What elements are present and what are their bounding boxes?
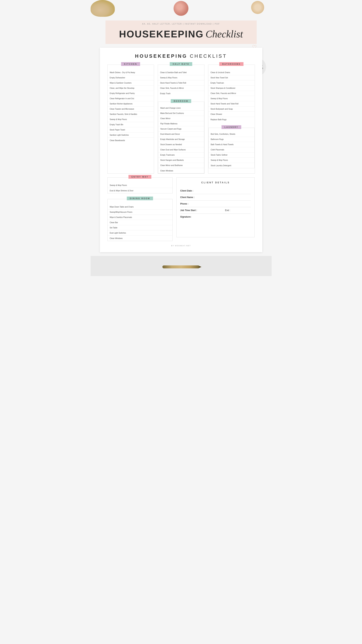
- bedroom-section: BEDROOM Wash and Change Linen Make Bed a…: [158, 102, 204, 174]
- title-housekeeping: HOUSEKEEPING: [119, 28, 204, 40]
- footer-section: [91, 256, 272, 276]
- client-jobtime-label: Job Time Start :: [180, 209, 204, 212]
- header-area: A4, A5, Half Letter, Letter | Instant Do…: [91, 20, 272, 44]
- bathrooms-items: Clean & Unclock Drains Stock New Towel S…: [208, 66, 255, 122]
- list-item: Replace Bath Rugs: [208, 117, 255, 122]
- list-item: Wipe & Sanitizer Counters: [107, 80, 154, 86]
- byline: BY MOSNEAT.NET: [107, 245, 255, 246]
- list-item: Empty Trash Bin: [107, 122, 154, 127]
- client-phone-field: Phone :: [180, 201, 251, 207]
- list-item: Clean Baseboards: [107, 138, 154, 143]
- list-item: Stock Bodywash and Soap: [208, 106, 255, 112]
- list-item: Clean, and Wipe the Stovetop: [107, 86, 154, 91]
- list-item: Make Bed and Set Cushions: [158, 111, 204, 116]
- bedroom-items: Wash and Change Linen Make Bed and Set C…: [158, 102, 204, 173]
- diningroom-section: DINING ROOM Wipe Down Table and Chairs S…: [107, 199, 173, 241]
- list-item: Dust & Wipe Shelves & Door: [107, 188, 172, 193]
- list-item: Wash Dishes - Dry & Put Away: [107, 70, 154, 75]
- halfbath-section: HALF BATH Clean & Sanitize Bath and Toil…: [158, 64, 204, 174]
- list-item: Stock Hand Towels and Toilet Roll: [208, 101, 255, 106]
- laundry-section: LAUNDRY Bed Sets, Comforters, Sheets Bat…: [208, 128, 255, 168]
- pen-illustration: [161, 265, 201, 268]
- client-jobtime-field: Job Time Start : End :: [180, 207, 251, 214]
- list-item: Sanitize Kitchen Appliances: [107, 101, 154, 106]
- list-item: Empty Wardrobe and Storage: [158, 137, 204, 142]
- pen-body: [162, 266, 200, 268]
- list-item: Sanitize Faucets, Sink & Handles: [107, 112, 154, 117]
- laundry-header: LAUNDRY: [222, 125, 241, 129]
- diningroom-items: Wipe Down Table and Chairs Sweep/Mop/Vac…: [107, 201, 172, 241]
- list-item: Empty Trashcan: [208, 80, 255, 86]
- list-item: Set Table: [107, 225, 172, 230]
- list-item: Wipe Down Table and Chairs: [107, 204, 172, 210]
- list-item: Cloth Placemats: [209, 147, 255, 152]
- list-item: Empty Dishwasher: [107, 75, 154, 80]
- title-checklist-script: Checklist: [206, 28, 243, 40]
- entryway-header: ENTRY WAY: [129, 175, 151, 179]
- list-item: Clean Refrigerator In and Out: [107, 96, 154, 101]
- client-details-title: CLIENT DETAILS: [180, 181, 251, 184]
- list-item: Clean Dust and Wipe Surfaces: [158, 147, 204, 152]
- list-item: Stock Drawers as Needed: [158, 142, 204, 147]
- halfbath-header: HALF BATH: [170, 62, 192, 66]
- list-item: Clean Sink, Faucets and Mirror: [208, 91, 255, 96]
- list-item: Vaccum Carpet and Rugs: [158, 126, 204, 132]
- list-item: Clean Bar: [107, 220, 172, 225]
- kitchen-section: KITCHEN Wash Dishes - Dry & Put Away Emp…: [107, 64, 154, 174]
- list-item: Clean Sink, Faucets & Mirror: [158, 86, 204, 91]
- list-item: Sweep & Mop Floors: [209, 158, 255, 163]
- header-banner: A4, A5, Half Letter, Letter | Instant Do…: [105, 20, 257, 44]
- list-item: Sanitize Light Switches: [107, 132, 154, 138]
- list-item: Dust Artwork and Decor: [158, 132, 204, 137]
- list-item: Stock Laundry Detergent: [209, 163, 255, 168]
- list-item: Stock Fabric Softner: [209, 152, 255, 158]
- footer-pen-container: [91, 262, 272, 274]
- list-item: Clean Mirror and Bedframe: [158, 163, 204, 168]
- list-item: Empty Trashcans: [158, 152, 204, 158]
- kitchen-items: Wash Dishes - Dry & Put Away Empty Dishw…: [107, 66, 154, 143]
- halfbath-items: Clean & Sanitize Bath and Toilet Sweep &…: [158, 66, 204, 96]
- bathrooms-header: BATHROOMS: [219, 62, 244, 66]
- entryway-items: Sweep & Mop Floors Dust & Wipe Shelves &…: [107, 179, 172, 193]
- list-item: Dust Light Switches: [107, 230, 172, 236]
- list-item: Flip/ Rotate Mattress: [158, 121, 204, 126]
- client-phone-label: Phone :: [180, 202, 204, 205]
- main-document: HOUSEKEEPING CHECKLIST KITCHEN Wash Dish…: [100, 48, 262, 252]
- diningroom-header: DINING ROOM: [127, 196, 153, 200]
- pen-tip: [199, 266, 201, 268]
- list-item: Stock Hangers and Blankets: [158, 158, 204, 163]
- list-item: Sweep & Mop Floors: [107, 183, 172, 188]
- list-item: Clean Windows: [158, 168, 204, 173]
- top-checklist-grid: KITCHEN Wash Dishes - Dry & Put Away Emp…: [107, 64, 255, 174]
- list-item: Clean & Sanitize Bath and Toilet: [158, 70, 204, 75]
- laundry-items: Bed Sets, Comforters, Sheets Bathroom Ru…: [209, 128, 255, 168]
- bathrooms-section: BATHROOMS Clean & Unclock Drains Stock N…: [208, 64, 255, 174]
- list-item: Clean & Unclock Drains: [208, 70, 255, 75]
- left-bottom-col: ENTRY WAY Sweep & Mop Floors Dust & Wipe…: [107, 178, 173, 241]
- header-subtitle: A4, A5, Half Letter, Letter | Instant Do…: [109, 23, 253, 25]
- list-item: Empty Refrigerator and Pantry: [107, 91, 154, 96]
- bedroom-header: BEDROOM: [171, 99, 191, 103]
- list-item: Bath Towels & Hand Towels: [209, 142, 255, 147]
- list-item: Clean Windows: [107, 236, 172, 241]
- client-details-section: CLIENT DETAILS Client Date : Client Name…: [176, 178, 255, 237]
- top-center-ornament: [174, 1, 188, 16]
- list-item: Bed Sets, Comforters, Sheets: [209, 132, 255, 137]
- list-item: Clean Shower: [208, 112, 255, 117]
- list-item: Empty Trash: [158, 91, 204, 96]
- doc-title: HOUSEKEEPING CHECKLIST: [107, 53, 255, 59]
- list-item: Sweep & Mop Floors: [208, 96, 255, 101]
- list-item: Stock Hand Towels & Toilet Roll: [158, 80, 204, 86]
- entryway-section: ENTRY WAY Sweep & Mop Floors Dust & Wipe…: [107, 178, 173, 194]
- client-name-label: Client Name :: [180, 196, 204, 198]
- list-item: Stock Shampoo & Conditioner: [208, 86, 255, 91]
- list-item: Stock Paper Towel: [107, 127, 154, 132]
- list-item: Wash and Change Linen: [158, 106, 204, 111]
- page-wrapper: A4, A5, Half Letter, Letter | Instant Do…: [91, 0, 272, 276]
- client-end-label: End :: [225, 209, 230, 212]
- client-signature-field: Signature:: [180, 214, 251, 220]
- client-date-label: Client Date :: [180, 190, 204, 192]
- list-item: Clean Mirror: [158, 116, 204, 121]
- list-item: Stock New Towel Set: [208, 75, 255, 80]
- list-item: Wipe & Sanitize Placemats: [107, 215, 172, 220]
